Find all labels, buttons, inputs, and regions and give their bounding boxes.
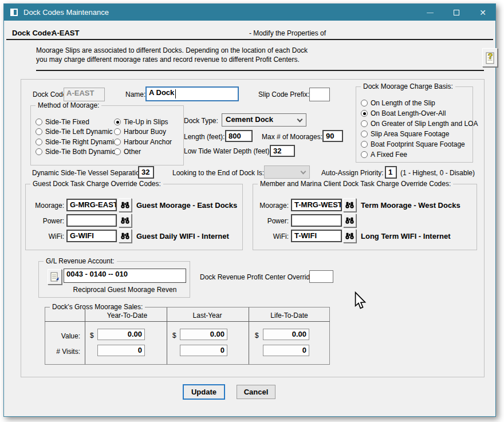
radio-on-boat-loa[interactable]: On Boat Length-Over-All xyxy=(361,109,446,117)
titlebar[interactable]: Dock Codes Maintenance — ✕ xyxy=(4,4,495,21)
minimize-button[interactable]: — xyxy=(418,4,443,21)
window-title: Dock Codes Maintenance xyxy=(23,8,109,17)
help-button[interactable]: ? xyxy=(482,48,498,67)
sales-header-divider xyxy=(45,321,330,322)
radio-circle-selected[interactable] xyxy=(361,110,368,117)
radio-side-tie-right-dynamic[interactable]: Side-Tie Right Dynamic xyxy=(36,138,117,146)
sales-col-divider xyxy=(249,307,249,364)
low-tide-label: Low Tide Water Depth (feet): xyxy=(184,147,271,155)
sales-value-label: Value: xyxy=(46,332,80,340)
dock-type-label: Dock Type: xyxy=(184,117,218,125)
header-dock-code-label: Dock Code: xyxy=(12,29,53,37)
sales-visits-ytd[interactable]: 0 xyxy=(97,345,145,356)
close-button[interactable]: ✕ xyxy=(470,4,495,21)
vessel-separation-input[interactable]: 32 xyxy=(138,166,154,179)
radio-label: On Length of the Slip xyxy=(371,99,435,107)
radio-circle[interactable] xyxy=(361,100,368,107)
guest-wifi-input[interactable]: G-WIFI xyxy=(66,230,117,242)
sales-visits-lastyear[interactable]: 0 xyxy=(180,345,227,356)
gl-revenue-title: G/L Revenue Account: xyxy=(44,257,117,265)
member-moorage-lookup-button[interactable] xyxy=(343,198,356,212)
currency-symbol: $ xyxy=(172,332,176,340)
mouse-cursor xyxy=(354,291,367,310)
gl-account-input[interactable]: 0043 - 0140 -- 010 xyxy=(64,269,186,283)
radio-circle[interactable] xyxy=(36,128,42,135)
end-of-dock-label: Looking to the End of Dock Is: xyxy=(172,169,264,177)
radio-slip-area-sqft[interactable]: Slip Area Square Footage xyxy=(361,130,449,138)
radio-boat-footprint-sqft[interactable]: Boat Footprint Square Footage xyxy=(361,140,465,148)
name-label: Name: xyxy=(125,90,145,98)
radio-circle[interactable] xyxy=(36,139,42,145)
radio-label: On Boat Length-Over-All xyxy=(371,109,446,117)
radio-side-tie-both-dynamic[interactable]: Side-Tie Both Dynamic xyxy=(36,148,115,156)
radio-circle[interactable] xyxy=(114,139,121,145)
member-wifi-label: WiFi: xyxy=(250,232,289,240)
svg-text:?: ? xyxy=(488,52,493,61)
member-wifi-input[interactable]: T-WIFI xyxy=(291,230,342,242)
currency-symbol: $ xyxy=(255,332,259,340)
member-moorage-input[interactable]: T-MRG-WEST xyxy=(291,199,342,211)
radio-circle[interactable] xyxy=(361,141,368,148)
length-input[interactable]: 800 xyxy=(225,130,253,142)
sales-col-divider xyxy=(167,307,167,364)
radio-label: Side-Tie Left Dynamic xyxy=(45,128,113,136)
radio-circle[interactable] xyxy=(36,148,42,155)
radio-side-tie-fixed[interactable]: Side-Tie Fixed xyxy=(36,118,89,126)
radio-side-tie-left-dynamic[interactable]: Side-Tie Left Dynamic xyxy=(36,128,113,136)
update-button[interactable]: Update xyxy=(183,384,225,400)
radio-greater-slip-loa[interactable]: On Greater of Slip Length and LOA xyxy=(361,120,478,128)
radio-tie-up-in-slips[interactable]: Tie-Up in Slips xyxy=(114,118,168,126)
member-wifi-lookup-button[interactable] xyxy=(343,229,356,243)
info-separator xyxy=(36,70,484,71)
radio-circle[interactable] xyxy=(114,128,121,135)
guest-moorage-input[interactable]: G-MRG-EAST xyxy=(66,199,117,211)
radio-on-length-of-slip[interactable]: On Length of the Slip xyxy=(361,99,435,107)
radio-circle[interactable] xyxy=(361,120,368,127)
currency-symbol: $ xyxy=(90,332,94,340)
cancel-button[interactable]: Cancel xyxy=(237,385,275,399)
maximize-button[interactable] xyxy=(444,4,469,21)
gl-account-picker-button[interactable] xyxy=(48,269,62,285)
text-caret xyxy=(175,89,176,98)
guest-power-lookup-button[interactable] xyxy=(119,214,132,227)
radio-circle[interactable] xyxy=(114,148,121,155)
low-tide-input[interactable]: 32 xyxy=(270,145,295,157)
header-separator xyxy=(6,39,493,40)
guest-moorage-lookup-button[interactable] xyxy=(119,198,132,212)
member-power-lookup-button[interactable] xyxy=(343,214,356,227)
info-line2: you may charge different moorage rates a… xyxy=(36,56,300,64)
dock-codes-maintenance-dialog: Dock Codes Maintenance — ✕ Dock Code: A-… xyxy=(3,3,496,417)
sales-value-lifetodate[interactable]: 0.00 xyxy=(263,329,309,340)
auto-assign-input[interactable]: 1 xyxy=(385,166,397,179)
member-power-label: Power: xyxy=(250,217,289,225)
sales-value-lastyear[interactable]: 0.00 xyxy=(180,329,227,340)
radio-circle[interactable] xyxy=(361,151,368,158)
radio-circle-selected[interactable] xyxy=(114,119,121,125)
radio-label: Side-Tie Right Dynamic xyxy=(45,138,117,146)
max-moorages-label: Max # of Moorages: xyxy=(262,133,322,141)
sales-value-ytd[interactable]: 0.00 xyxy=(97,329,145,340)
max-moorages-input[interactable]: 90 xyxy=(322,130,343,142)
slip-code-prefix-input[interactable] xyxy=(309,88,330,101)
radio-other[interactable]: Other xyxy=(114,148,141,156)
radio-circle[interactable] xyxy=(361,131,368,137)
radio-label: A Fixed Fee xyxy=(371,151,407,159)
dock-type-dropdown[interactable]: Cement Dock xyxy=(222,113,306,127)
profit-center-override-input[interactable] xyxy=(309,270,333,283)
dock-code-field: A-EAST xyxy=(64,88,105,101)
member-power-input[interactable] xyxy=(291,214,342,227)
guest-wifi-label: WiFi: xyxy=(25,232,64,240)
name-input[interactable]: A Dock xyxy=(145,86,239,101)
sales-visits-lifetodate[interactable]: 0 xyxy=(263,345,309,356)
guest-power-label: Power: xyxy=(25,217,64,225)
radio-label: Tie-Up in Slips xyxy=(124,118,168,126)
method-of-moorage-title: Method of Moorage: xyxy=(36,101,101,109)
radio-circle[interactable] xyxy=(36,119,42,125)
guest-wifi-lookup-button[interactable] xyxy=(119,229,132,243)
radio-label: Harbour Anchor xyxy=(124,138,172,146)
radio-harbour-buoy[interactable]: Harbour Buoy xyxy=(114,128,166,136)
binoculars-icon xyxy=(121,202,129,208)
radio-harbour-anchor[interactable]: Harbour Anchor xyxy=(114,138,172,146)
radio-fixed-fee[interactable]: A Fixed Fee xyxy=(361,151,407,159)
guest-power-input[interactable] xyxy=(66,214,117,227)
